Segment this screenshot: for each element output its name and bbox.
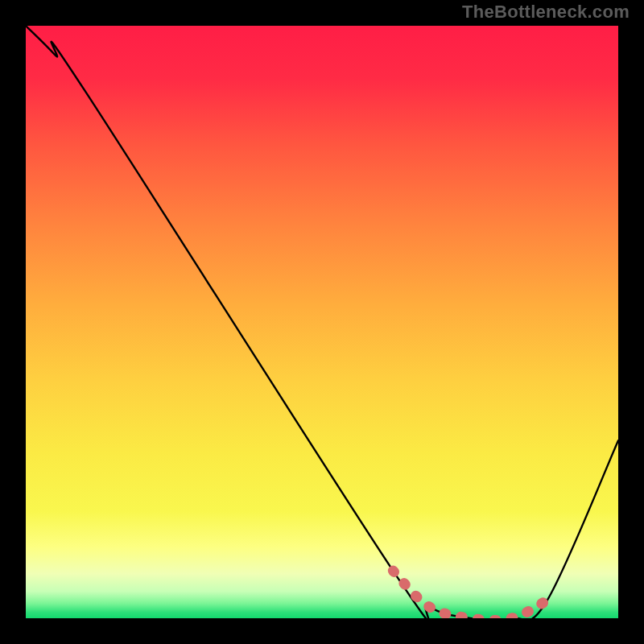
gradient-background <box>26 26 618 618</box>
watermark-label: TheBottleneck.com <box>462 2 630 23</box>
chart-container: TheBottleneck.com <box>0 0 644 644</box>
bottleneck-curve-chart <box>26 26 618 618</box>
